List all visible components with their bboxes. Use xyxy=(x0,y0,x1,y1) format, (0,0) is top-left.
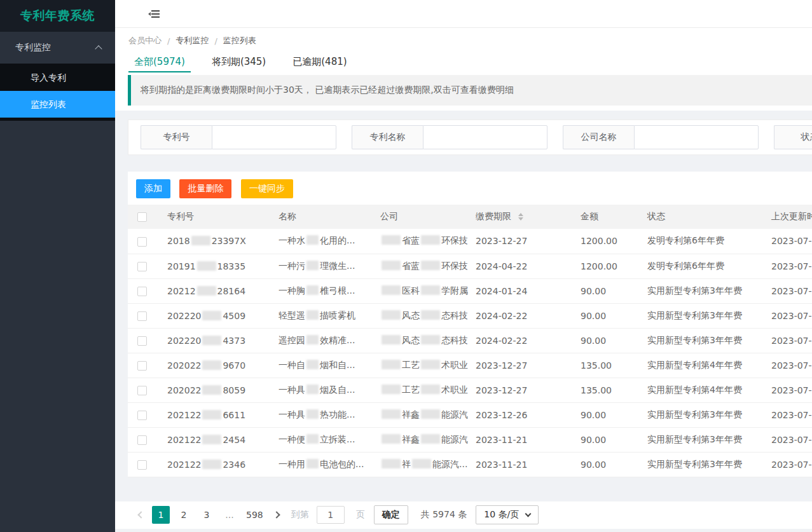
notice-banner: 将到期指的是距离缴费期限时间小于30天， 已逾期表示已经超过缴费期限,双击可查看… xyxy=(128,75,812,106)
redacted-text xyxy=(202,435,221,444)
tabs: 全部(5974)将到期(345)已逾期(481) xyxy=(115,53,812,72)
page-number[interactable]: 2 xyxy=(175,506,193,524)
filter-label: 状态 xyxy=(774,125,812,149)
row-checkbox[interactable] xyxy=(137,435,147,445)
page-number[interactable]: 598 xyxy=(244,506,266,524)
redacted-text xyxy=(202,336,221,345)
chevron-down-icon xyxy=(525,510,532,517)
menu-collapse-icon[interactable] xyxy=(148,9,160,19)
table-row[interactable]: 2019118335 一种污理微生... 省蓝环保技... 2024-04-22… xyxy=(128,254,812,278)
prev-page-button[interactable] xyxy=(135,512,147,517)
table-row[interactable]: 2020229670 一种自烟和自... 工艺术职业... 2023-12-27… xyxy=(128,353,812,378)
goto-label: 到第 xyxy=(291,509,309,521)
row-checkbox[interactable] xyxy=(137,386,147,395)
patent-no-cell: 2021226611 xyxy=(160,402,271,427)
redacted-text xyxy=(421,310,440,320)
goto-page-input[interactable] xyxy=(317,506,345,524)
redacted-text xyxy=(382,434,401,444)
row-checkbox[interactable] xyxy=(137,237,147,247)
redacted-text xyxy=(382,261,401,270)
page-size-select[interactable]: 10 条/页 xyxy=(476,505,539,524)
redacted-text xyxy=(306,335,319,344)
row-select-cell xyxy=(128,378,160,402)
chevron-right-icon xyxy=(273,511,280,518)
patent-name-cell: 一种污理微生... xyxy=(271,254,373,278)
status-cell: 实用新型专利第4年年费 xyxy=(640,378,764,402)
table-row[interactable]: 2021226611 一种具热功能... 祥鑫能源汽... 2023-12-26… xyxy=(128,402,812,427)
next-page-button[interactable] xyxy=(271,512,282,517)
deadline-cell: 2024-02-22 xyxy=(468,328,573,353)
patent-name-cell: 一种具热功能... xyxy=(271,402,373,427)
table-row[interactable]: 2021222454 一种便立拆装... 祥鑫能源汽... 2023-11-21… xyxy=(128,427,812,452)
table-row[interactable]: 2022204373 遥控园效精准... 风态态科技... 2024-02-22… xyxy=(128,328,812,353)
page-number[interactable]: 3 xyxy=(198,506,216,524)
column-header-label: 金额 xyxy=(581,211,598,221)
select-all-checkbox[interactable] xyxy=(137,212,147,222)
row-select-cell xyxy=(128,328,160,353)
sync-button[interactable]: 一键同步 xyxy=(241,179,293,198)
breadcrumb-item[interactable]: 监控列表 xyxy=(223,35,256,46)
tab-overdue[interactable]: 已逾期(481) xyxy=(287,53,352,72)
company-cell: 省蓝环保技... xyxy=(373,229,468,254)
row-select-cell xyxy=(128,427,160,452)
breadcrumb-item[interactable]: 会员中心 / xyxy=(128,35,175,46)
company-name-input[interactable] xyxy=(634,125,759,149)
amount-cell: 90.00 xyxy=(573,328,640,353)
tab-all[interactable]: 全部(5974) xyxy=(128,53,191,72)
patent-no-cell: 2020229670 xyxy=(160,353,271,378)
column-header-label: 专利号 xyxy=(167,211,194,221)
table-row[interactable]: 2020228059 一种具烟及自... 工艺术职业... 2023-12-27… xyxy=(128,378,812,402)
redacted-text xyxy=(421,261,440,270)
redacted-text xyxy=(306,385,319,394)
table-row[interactable]: 201823397X 一种水化用的... 省蓝环保技... 2023-12-27… xyxy=(128,229,812,254)
table-body: 201823397X 一种水化用的... 省蓝环保技... 2023-12-27… xyxy=(128,229,812,477)
toolbar: 添加 批量删除 一键同步 xyxy=(128,172,812,205)
row-checkbox[interactable] xyxy=(137,311,147,321)
company-cell: 工艺术职业... xyxy=(373,378,468,402)
select-all-header-cell xyxy=(128,205,160,229)
filter-group-company-name: 公司名称 xyxy=(563,125,759,149)
status-cell: 实用新型专利第3年年费 xyxy=(640,278,764,303)
add-button[interactable]: 添加 xyxy=(136,179,170,198)
batch-delete-button[interactable]: 批量删除 xyxy=(179,179,231,198)
column-header: 上次更新时间 xyxy=(764,205,812,229)
row-checkbox[interactable] xyxy=(137,361,147,371)
topbar xyxy=(115,0,812,28)
column-header-label: 名称 xyxy=(279,211,296,221)
confirm-button[interactable]: 确定 xyxy=(374,505,408,524)
row-checkbox[interactable] xyxy=(137,336,147,346)
patent-no-cell: 2022204509 xyxy=(160,303,271,328)
column-header: 缴费期限 xyxy=(468,205,573,229)
sidebar-item-import-patent[interactable]: 导入专利 xyxy=(0,64,115,91)
status-cell: 实用新型专利第3年年费 xyxy=(640,328,764,353)
deadline-cell: 2023-11-21 xyxy=(468,452,573,477)
sort-icon[interactable] xyxy=(518,213,523,221)
page-number-active[interactable]: 1 xyxy=(152,506,170,524)
table-row[interactable]: 2022204509 轻型遥描喷雾机 风态态科技... 2024-02-22 9… xyxy=(128,303,812,328)
breadcrumb-item[interactable]: 专利监控 / xyxy=(175,35,223,46)
row-checkbox[interactable] xyxy=(137,411,147,420)
filter-group-patent-no: 专利号 xyxy=(141,125,336,149)
row-checkbox[interactable] xyxy=(137,262,147,271)
sidebar-group-patent-monitor[interactable]: 专利监控 xyxy=(0,32,115,64)
row-checkbox[interactable] xyxy=(137,287,147,296)
updated-cell: 2023-07-24 xyxy=(764,229,812,254)
redacted-text xyxy=(306,409,319,419)
patent-no-cell: 2021222454 xyxy=(160,427,271,452)
sidebar: 专利年费系统 专利监控 导入专利 监控列表 xyxy=(0,0,115,532)
chevron-up-icon xyxy=(95,45,102,52)
table-row[interactable]: 2021228164 一种胸椎弓根... 医科学附属... 2024-01-24… xyxy=(128,278,812,303)
patent-no-input[interactable] xyxy=(212,125,336,149)
updated-cell: 2023-07-24 xyxy=(764,328,812,353)
row-checkbox[interactable] xyxy=(137,460,147,470)
page-ellipsis: ... xyxy=(221,506,238,524)
column-header: 公司 xyxy=(373,205,468,229)
amount-cell: 1200.00 xyxy=(573,254,640,278)
status-cell: 实用新型专利第3年年费 xyxy=(640,303,764,328)
breadcrumb-item-label: 会员中心 xyxy=(128,35,162,46)
table-row[interactable]: 2021222346 一种用电池包的... 祥能源汽... 2023-11-21… xyxy=(128,452,812,477)
patent-name-input[interactable] xyxy=(423,125,547,149)
tab-expiring[interactable]: 将到期(345) xyxy=(206,53,272,72)
sidebar-item-monitor-list[interactable]: 监控列表 xyxy=(0,91,115,118)
redacted-text xyxy=(306,360,319,369)
